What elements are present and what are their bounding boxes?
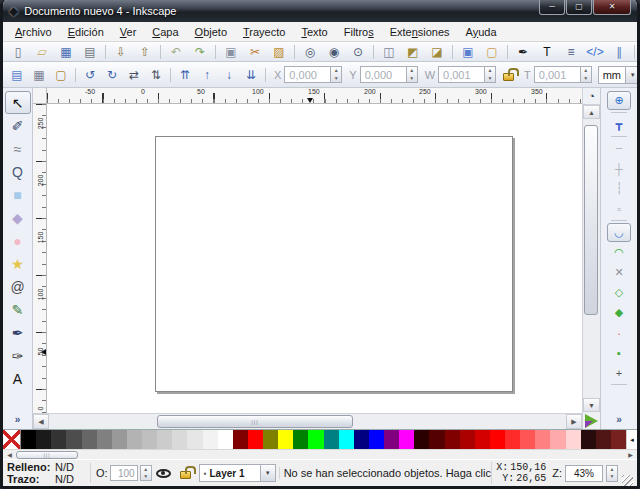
- ungroup-button[interactable]: ▢: [480, 43, 504, 61]
- menu-objeto[interactable]: Objeto: [187, 24, 235, 40]
- scroll-down-button[interactable]: ▼: [583, 398, 600, 412]
- vertical-ruler[interactable]: 250200150100500: [33, 104, 47, 413]
- chevron-down-icon[interactable]: ▼: [261, 464, 276, 482]
- color-swatch[interactable]: [566, 430, 581, 449]
- fill-stroke-indicator[interactable]: Relleno: N/D Trazo: N/D: [7, 461, 85, 485]
- color-swatch[interactable]: [611, 430, 626, 449]
- x-input[interactable]: [284, 66, 330, 83]
- resize-grip[interactable]: [622, 475, 633, 486]
- color-swatch[interactable]: [36, 430, 51, 449]
- height-input[interactable]: [534, 66, 580, 83]
- snap-nodes-button[interactable]: ◡: [607, 223, 631, 242]
- horizontal-scroll-track[interactable]: |||: [49, 414, 566, 429]
- zoom-tool[interactable]: Q: [5, 160, 31, 183]
- y-input[interactable]: [360, 66, 406, 83]
- color-swatch[interactable]: [384, 430, 399, 449]
- unlink-clone-button[interactable]: ◪: [425, 43, 449, 61]
- menu-capa[interactable]: Capa: [144, 24, 186, 40]
- lock-ratio-icon[interactable]: [503, 73, 514, 81]
- fill-stroke-dialog-button[interactable]: ✒: [511, 43, 535, 61]
- color-swatch[interactable]: [550, 430, 565, 449]
- x-spinner[interactable]: ▲▼: [330, 66, 342, 83]
- document-page[interactable]: [155, 136, 513, 392]
- toolbox-overflow-button[interactable]: »: [15, 414, 21, 425]
- color-swatch[interactable]: [535, 430, 550, 449]
- duplicate-button[interactable]: ◫: [377, 43, 401, 61]
- save-document-button[interactable]: ▦: [54, 43, 78, 61]
- text-tool[interactable]: A: [5, 367, 31, 390]
- lower-to-bottom-button[interactable]: ⇊: [240, 65, 262, 85]
- color-swatch[interactable]: [97, 430, 112, 449]
- color-swatch[interactable]: [505, 430, 520, 449]
- snap-smooth-nodes-button[interactable]: ◆: [607, 303, 631, 322]
- color-swatch[interactable]: [414, 430, 429, 449]
- zoom-page-button[interactable]: ⊙: [346, 43, 370, 61]
- deselect-button[interactable]: ▢: [50, 65, 72, 85]
- flip-vertical-button[interactable]: ⇅: [145, 65, 167, 85]
- palette-scroll-thumb[interactable]: |||: [16, 451, 78, 459]
- color-swatch[interactable]: [112, 430, 127, 449]
- color-swatch[interactable]: [51, 430, 66, 449]
- color-swatch[interactable]: [233, 430, 248, 449]
- redo-button[interactable]: ↷: [188, 43, 212, 61]
- color-swatch[interactable]: [596, 430, 611, 449]
- snap-cusp-nodes-button[interactable]: ◇: [607, 283, 631, 302]
- export-document-button[interactable]: ⇧: [133, 43, 157, 61]
- raise-button[interactable]: ↑: [196, 65, 218, 85]
- pencil-tool[interactable]: ✎: [5, 298, 31, 321]
- snap-bbox-edges-button[interactable]: ┄: [607, 139, 631, 158]
- color-swatch[interactable]: [278, 430, 293, 449]
- title-bar[interactable]: ◆ Documento nuevo 4 - Inkscape ─▢✕: [3, 0, 637, 22]
- color-swatch[interactable]: [308, 430, 323, 449]
- align-dialog-button[interactable]: ∥: [607, 43, 631, 61]
- zoom-selection-button[interactable]: ◎: [298, 43, 322, 61]
- color-swatch[interactable]: [293, 430, 308, 449]
- snap-bbox-corners-button[interactable]: ┼: [607, 159, 631, 178]
- spiral-tool[interactable]: @: [5, 275, 31, 298]
- menu-trayecto[interactable]: Trayecto: [235, 24, 293, 40]
- paste-button[interactable]: ▨: [267, 43, 291, 61]
- rotate-cw-button[interactable]: ↻: [101, 65, 123, 85]
- scrollbar-corner-button[interactable]: ◔: [583, 88, 600, 105]
- tweak-tool[interactable]: ≈: [5, 137, 31, 160]
- menu-texto[interactable]: Texto: [293, 24, 335, 40]
- color-swatch[interactable]: [172, 430, 187, 449]
- color-swatch[interactable]: [21, 430, 36, 449]
- rotate-ccw-button[interactable]: ↺: [79, 65, 101, 85]
- layer-lock-icon[interactable]: [180, 471, 191, 479]
- units-dropdown[interactable]: mm ▼: [598, 66, 640, 84]
- enable-snapping-button[interactable]: ⊕: [607, 91, 631, 110]
- palette-scroll-right-button[interactable]: ▶: [626, 451, 635, 458]
- snap-object-centers-button[interactable]: ▪: [607, 343, 631, 362]
- node-tool[interactable]: ✐: [5, 114, 31, 137]
- cut-button[interactable]: ✂: [243, 43, 267, 61]
- menu-ayuda[interactable]: Ayuda: [458, 24, 505, 40]
- opacity-input[interactable]: [110, 465, 138, 481]
- canvas[interactable]: [47, 104, 582, 413]
- snap-line-midpoints-button[interactable]: ∙: [607, 323, 631, 342]
- layer-dropdown[interactable]: ▪ Layer 1: [199, 464, 261, 482]
- color-swatch[interactable]: [324, 430, 339, 449]
- color-swatch[interactable]: [218, 430, 233, 449]
- scroll-right-button[interactable]: ▶: [566, 414, 582, 429]
- palette-scroll-left-button[interactable]: ◀: [5, 451, 14, 458]
- color-swatch[interactable]: [460, 430, 475, 449]
- snapbar-overflow-button[interactable]: »: [616, 414, 622, 425]
- text-dialog-button[interactable]: T: [535, 43, 559, 61]
- color-swatch[interactable]: [490, 430, 505, 449]
- rectangle-tool[interactable]: ■: [5, 183, 31, 206]
- color-swatch[interactable]: [520, 430, 535, 449]
- snap-bbox-centers-button[interactable]: ▫: [607, 199, 631, 218]
- vertical-scroll-thumb[interactable]: [584, 125, 598, 315]
- zoom-drawing-button[interactable]: ◉: [322, 43, 346, 61]
- select-all-button[interactable]: ▤: [6, 65, 28, 85]
- copy-button[interactable]: ▣: [219, 43, 243, 61]
- width-input[interactable]: [438, 66, 484, 83]
- minimize-button[interactable]: ─: [539, 0, 565, 15]
- color-swatch[interactable]: [157, 430, 172, 449]
- layer-visibility-eye-icon[interactable]: [156, 469, 171, 478]
- layers-dialog-button[interactable]: ≡: [559, 43, 583, 61]
- color-swatch[interactable]: [445, 430, 460, 449]
- open-document-button[interactable]: ▱: [30, 43, 54, 61]
- bezier-tool[interactable]: ✒: [5, 321, 31, 344]
